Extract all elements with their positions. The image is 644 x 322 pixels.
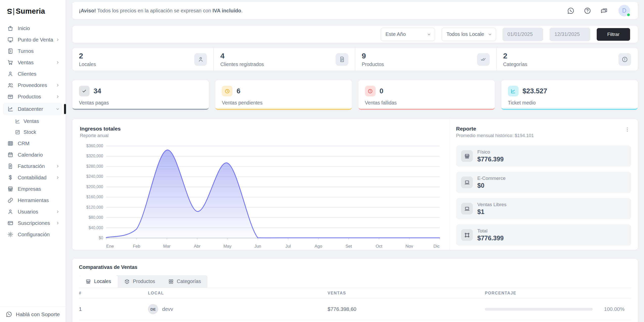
sidebar-item-usuarios[interactable]: Usuarios [3,206,62,217]
sidebar-item-label: Punto de Venta [18,37,56,43]
online-status-dot [627,13,630,17]
sidebar-subitem-ventas[interactable]: Ventas [3,116,62,127]
notice-body: Todos los precios en la aplicación se ex… [96,8,212,13]
box-icon [7,93,14,100]
sidebar-item-turnos[interactable]: Turnos [3,45,62,57]
report-row-label: Ventas Libres [477,202,506,207]
sidebar-item-facturacion[interactable]: Facturación [3,160,62,172]
date-from-input[interactable] [503,28,543,41]
chevron-down-icon [427,33,431,36]
stat-users-icon [194,53,207,66]
svg-text:$280,000: $280,000 [86,164,103,168]
sidebar-item-label: Turnos [18,48,59,54]
grid-icon [168,279,174,284]
pct-label: 100.00% [598,306,625,312]
sidebar-item-label: Empresas [18,186,59,192]
credit-card-icon [7,220,14,226]
user-icon [7,208,14,215]
locale-select[interactable]: Todos los Locale [442,28,496,41]
sidebar-item-datacenter[interactable]: Datacenter [3,103,62,115]
report-title: Reporte [456,126,534,132]
sidebar-item-inicio[interactable]: Inicio [3,23,62,34]
line-chart-icon [15,118,20,124]
chevron-right-icon [56,83,59,87]
chat-icon[interactable] [600,7,608,14]
report-row-label: E-Commerce [477,176,506,181]
sidebar-item-clientes[interactable]: Clientes [3,68,62,79]
local-avatar: DE [148,304,158,314]
sidebar-item-empresas[interactable]: Empresas [3,183,62,195]
line-chart-icon [7,106,14,112]
svg-text:Feb: Feb [133,244,140,249]
store-icon [85,279,91,284]
stat-value: 4 [220,52,264,60]
link-icon [7,197,14,204]
kpi-label: Ticket medio [508,100,631,106]
sidebar-item-productos[interactable]: Productos [3,91,62,102]
kpi-value: 0 [380,87,383,95]
report-row-total: Total$776.399 [456,224,631,246]
kpi-label: Ventas pendientes [222,100,345,106]
help-icon[interactable] [584,7,591,14]
sidebar-item-punto-de-venta[interactable]: Punto de Venta [3,34,62,45]
col-ventas: VENTAS [328,291,485,295]
period-select[interactable]: Este Año [381,28,435,41]
svg-text:Abr: Abr [194,244,201,249]
stat-label: Categorías [503,61,527,67]
sidebar-item-suscripciones[interactable]: Suscripciones [3,217,62,229]
sidebar-item-contabilidad[interactable]: Contabilidad [3,172,62,183]
door-icon [7,48,14,54]
chevron-right-icon [56,61,59,64]
comparativas-title: Comparativas de Ventas [79,264,631,270]
sidebar-item-ventas[interactable]: Ventas [3,57,62,68]
sidebar-item-label: Contabilidad [18,175,56,181]
sidebar-item-proveedores[interactable]: Proveedores [3,79,62,91]
report-total-icon [461,229,473,241]
stat-locales: 2Locales [72,48,214,71]
whatsapp-icon [6,311,12,318]
sidebar-item-label: Herramientas [18,197,59,203]
report-row-value: $776.399 [477,234,504,242]
brand-logo: S|Sumeria [0,0,66,22]
sidebar-item-crm[interactable]: CRM [3,138,62,149]
kebab-menu-icon[interactable] [624,126,631,133]
local-name[interactable]: devv [162,306,173,312]
col-porcentaje: PORCENTAJE [485,291,631,295]
report-row-value: $0 [477,182,506,189]
whatsapp-icon[interactable] [567,7,574,14]
table-row: 2 EM Empresa 2 $0,00 0.00% [79,320,631,322]
support-link[interactable]: Hablá con Soporte [0,306,66,322]
app-root: S|Sumeria Inicio Punto de Venta Turnos V… [0,0,644,322]
kpi-ventas-pendientes: 6 Ventas pendientes [215,80,352,110]
date-to-input[interactable] [550,28,590,41]
topbar-actions: D [567,5,630,16]
report-laptop-icon [461,177,473,188]
sidebar-item-calendario[interactable]: Calendario [3,149,62,160]
svg-text:$0: $0 [99,236,103,240]
table-header: # LOCAL VENTAS PORCENTAJE [79,288,631,298]
tab-locales[interactable]: Locales [79,275,118,288]
stat-alert-icon [618,53,631,66]
income-area-chart: $360,000$320,000$280,000$240,000$200,000… [80,142,442,250]
tab-label: Categorías [177,278,201,284]
filter-button[interactable]: Filtrar [597,28,630,41]
tab-productos[interactable]: Productos [118,275,162,288]
user-avatar[interactable]: D [618,5,630,16]
tab-categorias[interactable]: Categorías [162,275,207,288]
notice-suffix: . [241,8,243,13]
sidebar-subitem-stock[interactable]: Stock [3,127,62,138]
sidebar-item-label: Productos [18,94,56,100]
chevron-down-icon [56,107,59,111]
brand-name: Sumeria [16,7,45,15]
report-store-icon [461,150,473,162]
stat-productos: 9Productos [355,48,497,71]
charts-section: Ingresos totales Reporte anual $360,000$… [72,119,638,250]
period-select-value: Este Año [385,31,406,37]
sidebar-item-configuracion[interactable]: Configuración [3,229,62,240]
locale-select-value: Todos los Locale [446,31,484,37]
chevron-right-icon [56,95,59,98]
chart-subtitle: Reporte anual [80,133,443,138]
sidebar-item-herramientas[interactable]: Herramientas [3,195,62,206]
col-local: LOCAL [148,291,328,295]
report-panel: Reporte Promedio mensual histórico: $194… [449,119,638,250]
